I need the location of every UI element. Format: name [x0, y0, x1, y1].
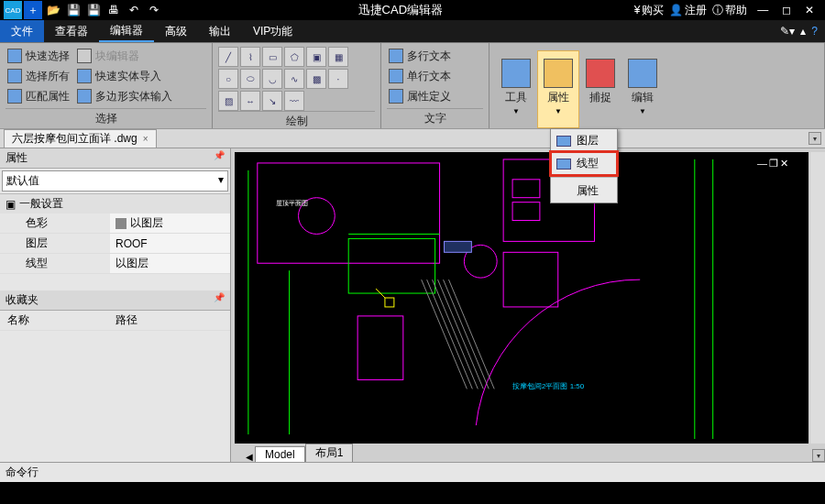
linetype-list-icon: [556, 159, 571, 170]
viewport-close-icon[interactable]: ✕: [780, 158, 788, 170]
properties-panel: 属性📌 默认值▾ ▣一般设置 色彩以图层 图层ROOF 线型以图层 收藏夹📌 名…: [0, 148, 231, 462]
region-icon[interactable]: ▦: [328, 47, 348, 67]
close-tab-icon[interactable]: ×: [143, 134, 148, 144]
close-button[interactable]: ✕: [799, 4, 820, 16]
prop-row-color[interactable]: 色彩以图层: [0, 214, 230, 234]
arc-icon[interactable]: ◡: [262, 69, 282, 89]
pencil-icon[interactable]: ✎▾: [780, 25, 795, 38]
edit-icon: [628, 59, 657, 88]
draw-tools-grid: ╱ ⌇ ▭ ⬠ ▣ ▦ ○ ⬭ ◡ ∿ ▩ · ▨ ↔ ↘ 〰: [218, 47, 348, 111]
document-tabs: 六层按摩包间立面详 .dwg × ▾: [0, 128, 825, 148]
tab-nav-left[interactable]: ◀: [244, 452, 255, 462]
open-icon[interactable]: 📂: [44, 1, 62, 19]
canvas-text: 按摩包间2平面图 1:50: [512, 382, 585, 390]
buy-button[interactable]: ¥ 购买: [634, 3, 665, 18]
ellipse-icon[interactable]: ⬭: [240, 69, 260, 89]
window-controls: — ◻ ✕: [753, 4, 820, 16]
rect-icon[interactable]: ▭: [262, 47, 282, 67]
document-tab[interactable]: 六层按摩包间立面详 .dwg ×: [4, 129, 157, 148]
select-all-button[interactable]: 选择所有: [6, 67, 72, 85]
undo-icon[interactable]: ↶: [125, 1, 143, 19]
poly-input-button[interactable]: 多边形实体输入: [75, 87, 174, 105]
tab-model[interactable]: Model: [255, 446, 305, 462]
edit-panel-button[interactable]: 编辑▼: [622, 50, 664, 128]
pin-icon[interactable]: 📌: [214, 150, 225, 166]
help-button[interactable]: ⓘ 帮助: [712, 3, 747, 18]
prop-row-linetype[interactable]: 线型以图层: [0, 254, 230, 274]
minimize-button[interactable]: —: [753, 4, 773, 16]
fav-col-name: 名称: [0, 311, 110, 330]
polyline-icon[interactable]: ⌇: [240, 47, 260, 67]
viewport-restore-icon[interactable]: ❐: [769, 158, 778, 170]
new-icon[interactable]: ＋: [24, 1, 42, 19]
layer-list-icon: [556, 136, 571, 147]
app-icon[interactable]: CAD: [4, 1, 22, 19]
box-icon[interactable]: ▣: [306, 47, 326, 67]
tools-panel-button[interactable]: 工具▼: [495, 50, 537, 128]
general-section[interactable]: ▣一般设置: [0, 193, 230, 214]
default-dropdown[interactable]: 默认值▾: [2, 170, 228, 192]
fill-icon[interactable]: ▩: [306, 69, 326, 89]
tab-vip[interactable]: VIP功能: [242, 20, 303, 42]
snap-panel-button[interactable]: 捕捉: [579, 50, 622, 128]
props-icon: [544, 59, 573, 88]
vertical-scrollbar[interactable]: [810, 152, 825, 444]
hatch-icon[interactable]: ▨: [218, 91, 238, 111]
props-panel-button[interactable]: 属性▼: [537, 50, 579, 128]
point-icon[interactable]: ·: [328, 69, 348, 89]
stext-button[interactable]: 单行文本: [387, 67, 453, 85]
match-props-button[interactable]: 匹配属性: [6, 87, 72, 105]
layout-options-icon[interactable]: ▾: [812, 449, 825, 462]
circle-icon[interactable]: ○: [218, 69, 238, 89]
group-label-text: 文字: [387, 108, 483, 128]
tab-output[interactable]: 输出: [198, 20, 242, 42]
tab-file[interactable]: 文件: [0, 20, 44, 42]
props-dropdown-menu: 图层 线型 属性: [550, 128, 618, 203]
propdef-button[interactable]: 属性定义: [387, 87, 453, 105]
block-editor-button: 块编辑器: [75, 47, 174, 65]
quick-select-button[interactable]: 快速选择: [6, 47, 72, 65]
save-icon[interactable]: 💾: [64, 1, 82, 19]
print-icon[interactable]: 🖶: [104, 1, 123, 19]
mtext-button[interactable]: 多行文本: [387, 47, 453, 65]
svg-rect-0: [239, 152, 804, 444]
tab-layout1[interactable]: 布局1: [305, 444, 354, 462]
tab-viewer[interactable]: 查看器: [44, 20, 99, 42]
menu-item-layer[interactable]: 图层: [551, 129, 617, 152]
quick-access-toolbar: CAD ＋ 📂 💾 💾 🖶 ↶ ↷: [0, 1, 167, 19]
redo-icon[interactable]: ↷: [145, 1, 163, 19]
viewport-min-icon[interactable]: —: [757, 158, 767, 170]
app-title: 迅捷CAD编辑器: [167, 2, 634, 18]
title-bar: CAD ＋ 📂 💾 💾 🖶 ↶ ↷ 迅捷CAD编辑器 ¥ 购买 👤 注册 ⓘ 帮…: [0, 0, 825, 20]
layout-tabs: ◀ Model 布局1: [235, 444, 353, 462]
polygon-icon[interactable]: ⬠: [284, 47, 304, 67]
tab-editor[interactable]: 编辑器: [99, 20, 154, 42]
document-tab-label: 六层按摩包间立面详 .dwg: [12, 131, 138, 147]
quick-import-button[interactable]: 快速实体导入: [75, 67, 174, 85]
canvas-text: 屋顶平面图: [276, 200, 308, 206]
prop-row-layer[interactable]: 图层ROOF: [0, 234, 230, 254]
tools-icon: [501, 59, 531, 88]
ribbon: 快速选择 选择所有 匹配属性 块编辑器 快速实体导入 多边形实体输入 选择 ╱ …: [0, 42, 825, 128]
snap-icon: [586, 59, 615, 88]
collapse-ribbon-icon[interactable]: ▴: [800, 25, 806, 38]
menu-item-linetype[interactable]: 线型: [551, 152, 617, 175]
line-icon[interactable]: ╱: [218, 47, 238, 67]
help-circle-icon[interactable]: ?: [811, 25, 818, 38]
tab-advanced[interactable]: 高级: [154, 20, 198, 42]
saveas-icon[interactable]: 💾: [84, 1, 103, 19]
tabstrip-options-icon[interactable]: ▾: [808, 132, 821, 145]
workspace: 属性📌 默认值▾ ▣一般设置 色彩以图层 图层ROOF 线型以图层 收藏夹📌 名…: [0, 148, 825, 462]
maximize-button[interactable]: ◻: [776, 4, 797, 16]
spline-icon[interactable]: 〰: [284, 91, 304, 111]
pin-fav-icon[interactable]: 📌: [214, 292, 225, 308]
register-button[interactable]: 👤 注册: [669, 3, 707, 18]
menu-item-props[interactable]: 属性: [551, 180, 617, 203]
fav-col-path: 路径: [110, 311, 230, 330]
dim-icon[interactable]: ↔: [240, 91, 260, 111]
command-line[interactable]: 命令行: [0, 462, 825, 482]
curve-icon[interactable]: ∿: [284, 69, 304, 89]
group-label-select: 选择: [6, 108, 206, 128]
drawing-viewport[interactable]: — ❐ ✕: [235, 152, 808, 444]
leader-icon[interactable]: ↘: [262, 91, 282, 111]
